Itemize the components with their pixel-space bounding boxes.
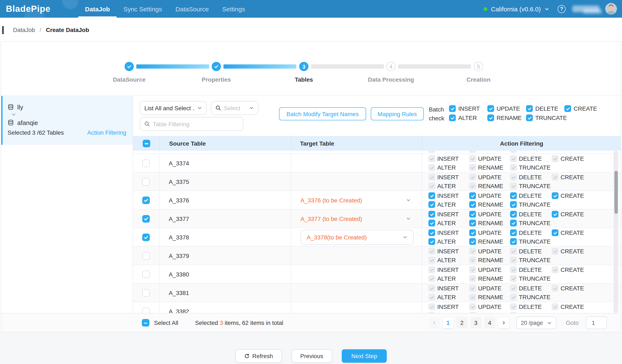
row-checkbox[interactable] [142,196,150,204]
action-item[interactable]: DELETE [510,285,552,292]
action-item[interactable]: CREATE [552,266,621,273]
row-checkbox[interactable] [142,289,150,296]
action-checkbox[interactable] [510,257,517,263]
goto-page-input[interactable] [586,316,607,329]
action-checkbox[interactable] [428,266,435,273]
action-checkbox[interactable] [510,275,517,282]
table-select[interactable]: Select [211,101,258,115]
action-checkbox[interactable] [552,303,559,310]
action-item[interactable]: TRUNCATE [510,183,552,189]
action-item[interactable]: RENAME [469,164,510,171]
action-item[interactable]: DELETE [510,192,552,199]
action-item[interactable]: RENAME [469,238,510,245]
action-item[interactable]: DELETE [510,229,552,236]
row-checkbox[interactable] [142,215,150,222]
action-checkbox[interactable] [428,285,435,292]
action-checkbox[interactable] [428,238,435,245]
action-item[interactable]: INSERT [428,285,469,292]
action-checkbox[interactable] [428,192,435,199]
action-checkbox[interactable] [428,294,435,301]
action-checkbox[interactable] [552,248,559,255]
row-checkbox[interactable] [142,270,150,278]
action-checkbox[interactable] [510,303,517,310]
checkbox-checked[interactable] [487,115,494,121]
action-item[interactable]: CREATE [552,229,621,236]
action-checkbox[interactable] [469,248,476,255]
batch-action-item[interactable]: INSERT [449,105,487,112]
checkbox-checked[interactable] [526,105,533,112]
action-item[interactable]: CREATE [552,192,621,199]
batch-action-item[interactable]: RENAME [487,115,526,121]
refresh-button[interactable]: Refresh [235,349,282,363]
checkbox-checked[interactable] [526,115,533,121]
page-button[interactable]: 2 [456,317,467,328]
action-checkbox[interactable] [552,285,559,292]
selected-db-pair[interactable]: lly afanqie Selected 3 /62 Tables Action… [1,96,133,145]
avatar[interactable] [605,3,617,15]
action-item[interactable]: UPDATE [469,303,510,310]
action-checkbox[interactable] [510,285,517,292]
select-all-footer-checkbox[interactable] [142,319,149,326]
action-checkbox[interactable] [552,192,559,199]
action-item[interactable]: RENAME [469,183,510,189]
action-item[interactable]: DELETE [510,303,552,310]
breadcrumb-parent[interactable]: DataJob [13,26,35,33]
action-item[interactable]: TRUNCATE [510,164,552,171]
table-scrollbar[interactable] [614,151,618,313]
page-button[interactable]: 3 [470,317,481,328]
row-checkbox[interactable] [142,252,150,259]
target-table-select[interactable]: A_3378(to be Created) [300,230,414,245]
action-item[interactable]: TRUNCATE [510,238,552,245]
nav-tab[interactable]: Settings [222,0,245,18]
action-item[interactable]: UPDATE [469,248,510,255]
page-size-select[interactable]: 20 /page [516,316,556,329]
action-item[interactable]: CREATE [552,303,621,310]
action-checkbox[interactable] [469,211,476,218]
action-checkbox[interactable] [510,183,517,189]
batch-action-item[interactable]: DELETE [526,105,564,112]
action-checkbox[interactable] [428,229,435,236]
action-checkbox[interactable] [469,155,476,162]
action-item[interactable]: INSERT [428,303,469,310]
action-item[interactable]: UPDATE [469,211,510,218]
action-item[interactable]: CREATE [552,174,621,181]
target-table-select[interactable]: A_3376 (to be Created) [300,197,411,203]
action-checkbox[interactable] [510,229,517,236]
action-item[interactable]: TRUNCATE [510,294,552,301]
action-checkbox[interactable] [510,174,517,181]
action-item[interactable]: RENAME [469,257,510,263]
action-checkbox[interactable] [469,285,476,292]
action-checkbox[interactable] [510,201,517,208]
action-item[interactable]: INSERT [428,266,469,273]
action-checkbox[interactable] [428,211,435,218]
action-checkbox[interactable] [510,164,517,171]
action-checkbox[interactable] [428,174,435,181]
action-checkbox[interactable] [510,220,517,226]
action-item[interactable]: DELETE [510,155,552,162]
table-filter-input[interactable] [153,121,239,127]
batch-action-item[interactable]: ALTER [449,115,487,121]
action-filtering-link[interactable]: Action Filtering [87,129,126,136]
action-checkbox[interactable] [510,248,517,255]
next-page-button[interactable] [498,317,509,328]
prev-page-button[interactable] [429,317,440,328]
action-checkbox[interactable] [552,174,559,181]
action-checkbox[interactable] [469,174,476,181]
action-item[interactable]: INSERT [428,174,469,181]
action-checkbox[interactable] [469,164,476,171]
action-checkbox[interactable] [469,266,476,273]
action-item[interactable]: ALTER [428,220,469,226]
batch-action-item[interactable]: CREATE [564,105,597,112]
chevron-down-icon[interactable] [544,6,549,11]
action-checkbox[interactable] [428,275,435,282]
page-button[interactable]: 1 [443,317,453,328]
batch-action-item[interactable]: UPDATE [487,105,526,112]
scrollbar-thumb[interactable] [614,171,618,214]
action-item[interactable]: ALTER [428,238,469,245]
action-checkbox[interactable] [510,294,517,301]
action-item[interactable]: UPDATE [469,192,510,199]
action-checkbox[interactable] [469,220,476,226]
action-checkbox[interactable] [428,248,435,255]
mapping-rules-button[interactable]: Mapping Rules [371,107,424,120]
action-checkbox[interactable] [428,257,435,263]
